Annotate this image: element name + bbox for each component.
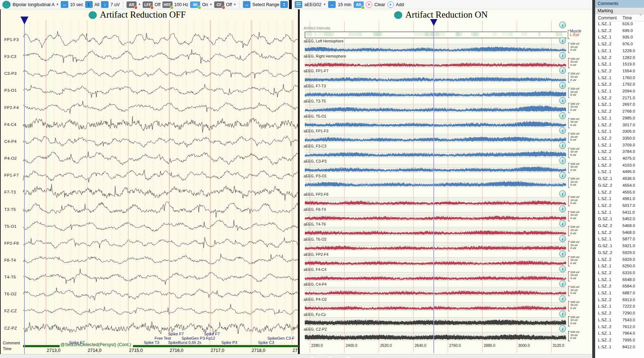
info-icon[interactable]: i	[559, 52, 566, 59]
comment-row[interactable]: L.SZ..17222.0	[595, 303, 644, 310]
info-icon[interactable]: i	[559, 266, 566, 272]
comment-row[interactable]: L.SZ..1935.0	[595, 34, 644, 41]
comment-row[interactable]: L.SZ..23350.0	[595, 135, 644, 142]
info-icon[interactable]: i	[559, 142, 566, 149]
seizure-detection-label[interactable]: @SeizureDetected(Persyst) (Cont,)	[60, 342, 131, 347]
comment-row[interactable]: L.SZ..13709.0	[595, 142, 644, 149]
info-icon[interactable]: i	[559, 112, 566, 119]
info-icon[interactable]: i	[559, 250, 566, 257]
comment-row[interactable]: G.SZ..24554.0	[595, 182, 644, 189]
lff-badge[interactable]: LFF	[143, 1, 153, 8]
aeeg-montage-select[interactable]: aEEG02	[304, 2, 321, 7]
info-icon[interactable]: i	[559, 190, 566, 197]
timebase-select[interactable]: 10 sec	[70, 2, 83, 7]
comment-row[interactable]: L.SZ..15411.0	[595, 209, 644, 216]
comment-row[interactable]: L.SZ..12985.0	[595, 115, 644, 122]
nav-circle[interactable]	[345, 355, 351, 358]
comment-row[interactable]: L.SZ..14075.0	[595, 155, 644, 162]
raw-eeg-panel[interactable]: Artifact Reduction OFF FP1-F3F3-C3C3-P3P…	[0, 9, 299, 354]
comment-row[interactable]: L.SZ..27612.0	[595, 324, 644, 331]
notch-badge[interactable]: 60	[190, 1, 200, 8]
cursor-marker[interactable]	[20, 17, 28, 24]
clear-icon[interactable]: ✕	[366, 1, 372, 8]
comment-row[interactable]: L.SZ..22768.0	[595, 108, 644, 115]
info-icon[interactable]: i	[559, 37, 566, 44]
comment-row[interactable]: L.SZ..14961.0	[595, 196, 644, 203]
comment-row[interactable]: L.SZ..24555.0	[595, 189, 644, 196]
column-time[interactable]: Time	[622, 15, 632, 21]
comment-row[interactable]: L.SZ..26316.0	[595, 270, 644, 277]
info-icon[interactable]: i	[559, 235, 566, 242]
event-annotation[interactable]: Spike C3	[258, 340, 274, 345]
eeg-trace-area[interactable]	[23, 20, 298, 334]
column-comment[interactable]: Comment	[598, 15, 617, 21]
info-icon[interactable]: i	[559, 97, 566, 104]
chevron-down-icon[interactable]: ▼	[56, 3, 59, 6]
comment-row[interactable]: G.SZ..14536.0	[595, 176, 644, 182]
comment-row[interactable]: L.SZ..2699.0	[595, 28, 644, 35]
comment-row[interactable]: L.SZ..17543.0	[595, 317, 644, 324]
info-icon[interactable]: i	[559, 205, 566, 212]
sensitivity-select[interactable]: 7 uV	[110, 2, 120, 7]
comment-row[interactable]: L.SZ..26584.0	[595, 283, 644, 290]
info-icon[interactable]: i	[559, 157, 566, 164]
sort-ascending-icon[interactable]: ^	[640, 14, 641, 17]
comment-row[interactable]: L.SZ..13305.0	[595, 128, 644, 135]
comment-row[interactable]: G.SZ..15452.0	[595, 216, 644, 223]
info-icon[interactable]: i	[559, 82, 566, 89]
comment-row[interactable]: L.SZ..12094.0	[595, 88, 644, 95]
comment-row[interactable]: L.SZ..1616.0	[595, 21, 644, 28]
chevron-down-icon[interactable]: ▼	[210, 3, 212, 6]
aeeg-timebase-select[interactable]: 15 min	[338, 2, 351, 7]
comment-row[interactable]: L.SZ..23784.0	[595, 149, 644, 155]
nav-circle[interactable]	[309, 355, 315, 358]
hff-value[interactable]: 100 Hz	[174, 2, 189, 7]
comment-row[interactable]: L.SZ..27290.0	[595, 310, 644, 317]
comment-row[interactable]: L.SZ..21282.0	[595, 55, 644, 62]
comment-row[interactable]: L.SZ..23017.0	[595, 122, 644, 129]
comment-row[interactable]: L.SZ..16548.0	[595, 277, 644, 284]
select-range-button[interactable]: Select Range	[252, 2, 279, 7]
info-icon[interactable]: i	[559, 295, 566, 302]
comment-row[interactable]: L.SZ..18412.0	[595, 344, 644, 351]
comment-row[interactable]: L.SZ..16887.0	[595, 290, 644, 297]
comment-row[interactable]: L.SZ..16250.0	[595, 263, 644, 270]
event-annotation[interactable]: SpikeGen P3-Fp12	[181, 336, 215, 340]
aeeg-timebase-icon[interactable]: ↔	[328, 1, 336, 8]
chevron-down-icon[interactable]: ▼	[138, 3, 141, 6]
montage-select[interactable]: Bipolar longitudinal A	[13, 2, 55, 7]
hff-badge[interactable]: HFF	[162, 1, 172, 8]
comment-row[interactable]: L.SZ..22171.0	[595, 95, 644, 102]
comment-row[interactable]: L.SZ..27995.0	[595, 337, 644, 344]
cf-badge[interactable]: CF	[214, 1, 224, 8]
comment-row[interactable]: L.SZ..11228.0	[595, 48, 644, 55]
event-annotation[interactable]: Free Text	[155, 336, 171, 340]
comment-row[interactable]: L.SZ..2976.0	[595, 41, 644, 48]
add-icon[interactable]: +	[387, 1, 394, 8]
comment-row[interactable]: G.SZ..25929.0	[595, 250, 644, 257]
timebase-icon[interactable]: ↔	[61, 1, 68, 8]
add-button[interactable]: Add	[396, 2, 404, 7]
cursor-line[interactable]	[24, 17, 25, 354]
event-annotation[interactable]: Spike P3	[221, 340, 237, 345]
comment-row[interactable]: L.SZ..14495.0	[595, 169, 644, 176]
comment-row[interactable]: L.SZ..12697.0	[595, 101, 644, 108]
aeeg-trend-panel[interactable]: Artifact Reduction ON Artifact Intensity…	[300, 9, 592, 354]
comments-title[interactable]: Comments	[595, 0, 644, 8]
artifact-reduction-badge[interactable]: AR	[126, 1, 137, 8]
aeeg-ar-badge[interactable]: AR	[354, 1, 364, 8]
chevron-down-icon[interactable]: ▼	[233, 3, 236, 6]
event-annotation[interactable]: Spike F7	[168, 332, 184, 336]
cursor-marker[interactable]	[430, 19, 437, 26]
comment-row[interactable]: L.SZ..21792.0	[595, 81, 644, 88]
comment-row[interactable]: L.SZ..26913.0	[595, 297, 644, 304]
sensitivity-icon[interactable]: ↕	[101, 1, 109, 8]
select-range-icon[interactable]: ↔	[243, 1, 250, 8]
comment-row[interactable]: L.SZ..11519.0	[595, 61, 644, 68]
comments-section-marking[interactable]: Marking	[595, 8, 644, 14]
fit-all-channels-icon[interactable]: ▼▲	[85, 1, 93, 8]
comment-row[interactable]: G.SZ..15921.0	[595, 243, 644, 250]
comment-row[interactable]: L.SZ..25468.0	[595, 230, 644, 236]
nav-circle[interactable]	[327, 355, 333, 358]
collapse-panel-icon[interactable]: ▼▼	[280, 1, 288, 8]
